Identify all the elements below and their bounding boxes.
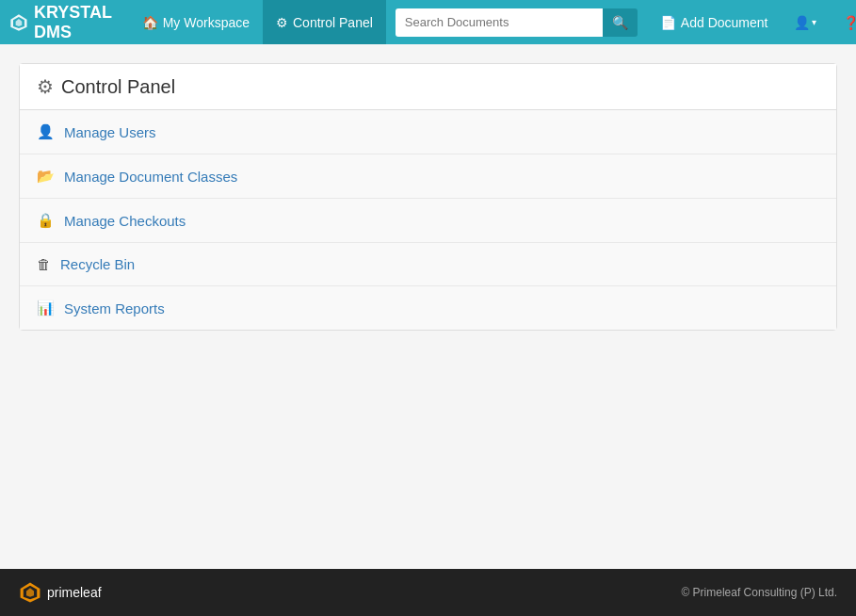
my-workspace-label: My Workspace — [163, 15, 250, 30]
nav-links: 🏠 My Workspace ⚙ Control Panel — [129, 0, 386, 44]
panel-heading-icon: ⚙ — [37, 75, 54, 98]
brand-label: KRYSTAL DMS — [34, 3, 120, 42]
system-reports-item[interactable]: 📊 System Reports — [20, 286, 836, 330]
trash-menu-icon: 🗑 — [37, 256, 51, 272]
gear-nav-icon: ⚙ — [276, 15, 288, 30]
manage-checkouts-item[interactable]: 🔒 Manage Checkouts — [20, 199, 836, 243]
recycle-bin-label: Recycle Bin — [60, 256, 135, 272]
manage-users-label: Manage Users — [64, 124, 156, 140]
navbar: KRYSTAL DMS 🏠 My Workspace ⚙ Control Pan… — [0, 0, 856, 44]
footer-copyright: © Primeleaf Consulting (P) Ltd. — [681, 586, 837, 599]
control-panel-section: ⚙ Control Panel 👤 Manage Users 📂 Manage … — [19, 63, 837, 331]
user-menu-nav[interactable]: 👤 ▾ — [781, 0, 830, 44]
footer-logo-icon — [19, 581, 41, 604]
recycle-bin-item[interactable]: 🗑 Recycle Bin — [20, 243, 836, 286]
my-workspace-nav[interactable]: 🏠 My Workspace — [129, 0, 263, 44]
search-input[interactable] — [396, 8, 603, 37]
system-reports-label: System Reports — [64, 300, 165, 316]
nav-right: 📄 Add Document 👤 ▾ ❓ ▾ — [647, 0, 856, 44]
manage-checkouts-label: Manage Checkouts — [64, 213, 186, 229]
add-document-label: Add Document — [681, 15, 768, 30]
brand-link[interactable]: KRYSTAL DMS — [9, 3, 120, 42]
folder-menu-icon: 📂 — [37, 168, 55, 185]
help-menu-nav[interactable]: ❓ ▾ — [830, 0, 856, 44]
manage-document-classes-item[interactable]: 📂 Manage Document Classes — [20, 154, 836, 199]
panel-heading: ⚙ Control Panel — [20, 64, 836, 110]
footer: primeleaf © Primeleaf Consulting (P) Ltd… — [0, 569, 856, 616]
control-panel-label: Control Panel — [293, 15, 373, 30]
help-icon: ❓ — [843, 15, 856, 30]
control-panel-nav[interactable]: ⚙ Control Panel — [263, 0, 386, 44]
user-dropdown-icon: ▾ — [812, 17, 816, 27]
manage-users-item[interactable]: 👤 Manage Users — [20, 110, 836, 154]
add-document-nav[interactable]: 📄 Add Document — [647, 0, 782, 44]
user-menu-icon: 👤 — [37, 123, 55, 140]
lock-menu-icon: 🔒 — [37, 212, 55, 229]
user-icon: 👤 — [794, 15, 810, 30]
manage-document-classes-label: Manage Document Classes — [64, 169, 237, 185]
add-doc-icon: 📄 — [660, 15, 676, 30]
footer-brand-label: primeleaf — [47, 585, 102, 600]
main-content: ⚙ Control Panel 👤 Manage Users 📂 Manage … — [0, 44, 856, 569]
home-nav-icon: 🏠 — [142, 15, 158, 30]
search-container: 🔍 — [396, 8, 638, 37]
search-button[interactable]: 🔍 — [603, 8, 638, 37]
footer-brand: primeleaf — [19, 581, 102, 604]
chart-menu-icon: 📊 — [37, 300, 55, 316]
brand-logo-icon — [9, 9, 28, 36]
panel-title: Control Panel — [61, 76, 175, 98]
